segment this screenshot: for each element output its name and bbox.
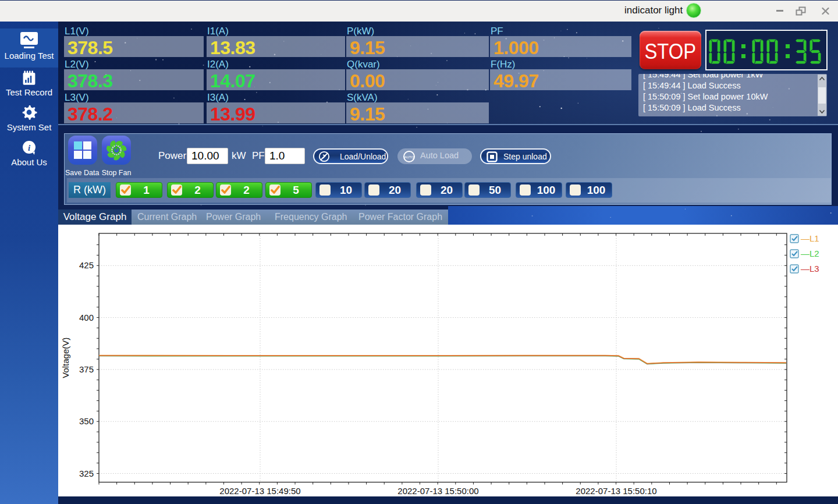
svg-text:350: 350 — [79, 416, 94, 426]
svg-text:AUTO: AUTO — [404, 155, 414, 159]
svg-text:425: 425 — [79, 260, 94, 270]
svg-text:325: 325 — [79, 468, 94, 478]
svg-text:2022-07-13 15:49:50: 2022-07-13 15:49:50 — [219, 486, 300, 496]
svg-text:—L1: —L1 — [801, 233, 819, 243]
svg-text:2022-07-13 15:50:00: 2022-07-13 15:50:00 — [397, 486, 478, 496]
svg-text:400: 400 — [79, 313, 94, 322]
svg-text:Voltage(V): Voltage(V) — [61, 338, 70, 378]
svg-text:2022-07-13 15:50:10: 2022-07-13 15:50:10 — [576, 486, 656, 496]
svg-text:—L3: —L3 — [801, 264, 819, 274]
svg-text:375: 375 — [79, 364, 94, 374]
svg-text:—L2: —L2 — [801, 249, 819, 258]
